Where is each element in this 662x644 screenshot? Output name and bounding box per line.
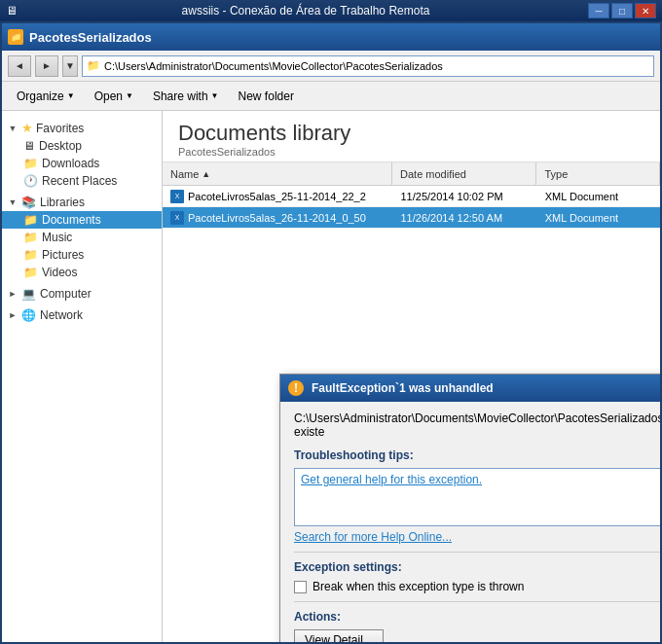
share-with-dropdown-icon: ▼ <box>211 91 219 100</box>
sidebar-item-documents[interactable]: 📁 Documents <box>2 211 162 229</box>
rdp-icon: 🖥 <box>6 4 18 18</box>
sidebar: ▼ ★ Favorites 🖥 Desktop 📁 Downloads 🕐 Re… <box>2 111 163 642</box>
libraries-label: Libraries <box>40 196 85 209</box>
recent-places-label: Recent Places <box>42 174 117 188</box>
libraries-expand-icon: ▼ <box>6 196 19 209</box>
computer-icon: 💻 <box>21 287 36 301</box>
pictures-folder-icon: 📁 <box>23 248 38 262</box>
open-label: Open <box>94 89 123 103</box>
rdp-title: awssiis - Conexão de Área de Trabalho Re… <box>23 4 588 18</box>
troubleshooting-title: Troubleshooting tips: <box>294 448 660 462</box>
network-expand-icon: ► <box>6 308 19 322</box>
desktop-folder-icon: 🖥 <box>23 139 35 153</box>
network-icon: 🌐 <box>21 308 36 322</box>
dialog-path-message: C:\Users\Administrator\Documents\MovieCo… <box>294 411 660 439</box>
rdp-window-controls: ─ □ ✕ <box>588 3 656 18</box>
new-folder-label: New folder <box>239 89 294 103</box>
actions-title: Actions: <box>294 610 660 624</box>
exception-dialog: ! FaultException`1 was unhandled ✕ C:\Us… <box>279 374 660 642</box>
address-bar: ◄ ► ▼ 📁 C:\Users\Administrator\Documents… <box>2 51 660 82</box>
favorites-expand-icon: ▼ <box>6 122 19 135</box>
favorites-star-icon: ★ <box>21 121 33 135</box>
favorites-header[interactable]: ▼ ★ Favorites <box>2 119 162 137</box>
view-detail-button[interactable]: View Detail... <box>294 629 384 642</box>
open-button[interactable]: Open ▼ <box>86 85 142 108</box>
computer-label: Computer <box>40 287 92 301</box>
computer-header[interactable]: ► 💻 Computer <box>2 285 162 303</box>
explorer-window-title: PacotesSerializados <box>29 30 152 45</box>
new-folder-button[interactable]: New folder <box>230 85 303 108</box>
forward-button[interactable]: ► <box>35 55 58 77</box>
explorer-window: 📁 PacotesSerializados ◄ ► ▼ 📁 C:\Users\A… <box>0 21 662 644</box>
dropdown-button[interactable]: ▼ <box>62 55 78 77</box>
sidebar-item-downloads[interactable]: 📁 Downloads <box>2 155 162 172</box>
downloads-folder-icon: 📁 <box>23 157 38 170</box>
rdp-minimize-btn[interactable]: ─ <box>588 3 609 18</box>
dialog-body: C:\Users\Administrator\Documents\MovieCo… <box>280 402 660 642</box>
pictures-label: Pictures <box>42 248 84 262</box>
content-area: Documents library PacotesSerializados Na… <box>163 111 660 642</box>
videos-label: Videos <box>42 266 77 279</box>
sidebar-item-desktop[interactable]: 🖥 Desktop <box>2 137 162 155</box>
music-label: Music <box>42 231 72 244</box>
share-with-button[interactable]: Share with ▼ <box>144 85 228 108</box>
network-label: Network <box>40 308 83 322</box>
exception-settings-title: Exception settings: <box>294 560 660 574</box>
dialog-title: FaultException`1 was unhandled <box>312 381 660 395</box>
sidebar-item-pictures[interactable]: 📁 Pictures <box>2 246 162 264</box>
dialog-overlay: ! FaultException`1 was unhandled ✕ C:\Us… <box>163 111 660 642</box>
libraries-section: ▼ 📚 Libraries 📁 Documents 📁 Music 📁 Pict… <box>2 194 162 281</box>
documents-folder-icon: 📁 <box>23 213 38 227</box>
organize-dropdown-icon: ▼ <box>67 91 75 100</box>
computer-expand-icon: ► <box>6 287 19 301</box>
help-link[interactable]: Get general help for this exception. <box>301 473 482 486</box>
network-section: ► 🌐 Network <box>2 306 162 324</box>
rdp-title-bar: 🖥 awssiis - Conexão de Área de Trabalho … <box>0 0 662 21</box>
address-text: C:\Users\Administrator\Documents\MovieCo… <box>104 60 443 72</box>
favorites-label: Favorites <box>36 122 84 135</box>
organize-button[interactable]: Organize ▼ <box>8 85 84 108</box>
exception-settings-section: Exception settings: Break when this exce… <box>294 560 660 593</box>
divider-2 <box>294 601 660 602</box>
search-online-link[interactable]: Search for more Help Online... <box>294 530 452 544</box>
sidebar-item-music[interactable]: 📁 Music <box>2 229 162 246</box>
network-header[interactable]: ► 🌐 Network <box>2 306 162 324</box>
libraries-header[interactable]: ▼ 📚 Libraries <box>2 194 162 211</box>
desktop-label: Desktop <box>39 139 82 153</box>
libraries-icon: 📚 <box>21 196 36 209</box>
rdp-close-btn[interactable]: ✕ <box>635 3 656 18</box>
dialog-title-bar: ! FaultException`1 was unhandled ✕ <box>280 375 660 402</box>
sidebar-item-videos[interactable]: 📁 Videos <box>2 264 162 281</box>
recent-places-icon: 🕐 <box>23 174 38 188</box>
videos-folder-icon: 📁 <box>23 266 38 279</box>
music-folder-icon: 📁 <box>23 231 38 244</box>
toolbar: Organize ▼ Open ▼ Share with ▼ New folde… <box>2 82 660 111</box>
main-area: ▼ ★ Favorites 🖥 Desktop 📁 Downloads 🕐 Re… <box>2 111 660 642</box>
dialog-warn-icon: ! <box>288 380 304 396</box>
break-on-exception-checkbox[interactable] <box>294 581 307 593</box>
actions-section: Actions: View Detail... Copy exception d… <box>294 610 660 642</box>
sidebar-item-recent-places[interactable]: 🕐 Recent Places <box>2 172 162 190</box>
documents-label: Documents <box>42 213 101 227</box>
explorer-title-bar: 📁 PacotesSerializados <box>2 23 660 51</box>
rdp-restore-btn[interactable]: □ <box>611 3 633 18</box>
back-button[interactable]: ◄ <box>8 55 31 77</box>
help-box: Get general help for this exception. ▲ ▼ <box>294 468 660 526</box>
open-dropdown-icon: ▼ <box>126 91 133 100</box>
organize-label: Organize <box>17 89 64 103</box>
downloads-label: Downloads <box>42 157 99 170</box>
address-input[interactable]: 📁 C:\Users\Administrator\Documents\Movie… <box>82 55 654 77</box>
address-folder-icon: 📁 <box>87 59 100 72</box>
break-on-exception-row: Break when this exception type is thrown <box>294 580 660 593</box>
break-on-exception-label: Break when this exception type is thrown <box>313 580 524 593</box>
favorites-section: ▼ ★ Favorites 🖥 Desktop 📁 Downloads 🕐 Re… <box>2 119 162 190</box>
share-with-label: Share with <box>153 89 208 103</box>
divider-1 <box>294 552 660 553</box>
computer-section: ► 💻 Computer <box>2 285 162 303</box>
explorer-window-icon: 📁 <box>8 29 23 45</box>
